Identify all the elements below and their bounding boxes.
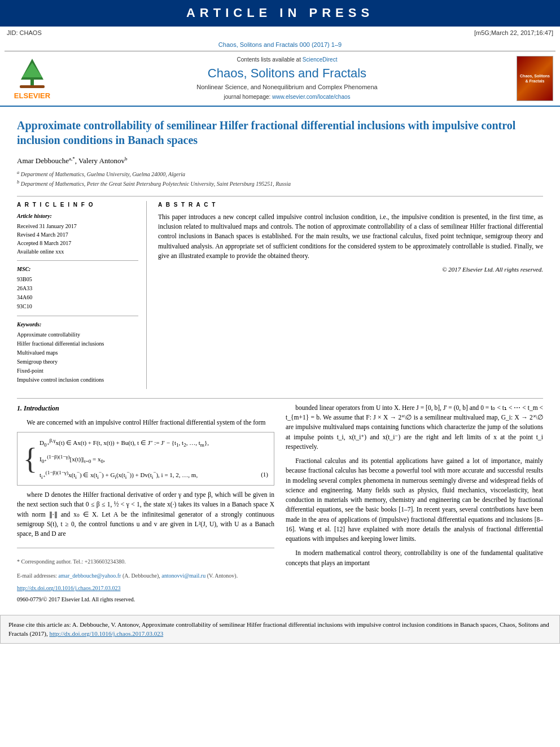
- author2-sup: b: [125, 156, 128, 161]
- msc-group: MSC: 93B05 26A33 34A60 93C10: [17, 265, 138, 311]
- journal-subtitle-line: Chaos, Solitons and Fractals 000 (2017) …: [0, 40, 560, 50]
- jid-label: JID: CHAOS: [7, 29, 42, 37]
- article-history-group: Article history: Received 31 January 201…: [17, 212, 138, 256]
- article-title: Approximate controllability of semilinea…: [17, 118, 543, 147]
- citation-box: Please cite this article as: A. Debbouch…: [0, 615, 560, 644]
- keyword-6: Impulsive control inclusion conditions: [17, 375, 138, 385]
- citation-doi-link[interactable]: http://dx.doi.org/10.1016/j.chaos.2017.0…: [49, 630, 163, 637]
- info-divider-2: [17, 316, 138, 316]
- msc-list: 93B05 26A33 34A60 93C10: [17, 275, 138, 311]
- article-body: Approximate controllability of semilinea…: [0, 107, 560, 609]
- intro-para2: where D denotes the Hilfer fractional de…: [17, 490, 274, 539]
- journal-homepage: journal homepage: www.elsevier.com/locat…: [224, 93, 350, 101]
- footnote-corresponding: * Corresponding author. Tel.: +213660323…: [17, 557, 274, 566]
- authors: Amar Debbouchea,*, Valery Antonovb: [17, 155, 543, 167]
- affiliations: a Department of Mathematics, Guelma Univ…: [17, 169, 543, 188]
- article-info-abstract-section: A R T I C L E I N F O Article history: R…: [17, 201, 543, 389]
- svg-rect-1: [30, 78, 34, 86]
- copyright-footer: 0960-0779/© 2017 Elsevier Ltd. All right…: [17, 595, 274, 604]
- thumbnail-text: Chaos, Solitons & Fractals: [519, 73, 550, 84]
- msc-code-4: 93C10: [17, 302, 138, 311]
- sciencedirect-link[interactable]: ScienceDirect: [303, 56, 338, 63]
- right-para1: bounded linear operators from U into X. …: [286, 403, 543, 452]
- contents-available: Contents lists available at ScienceDirec…: [237, 56, 338, 64]
- received-date: Received 31 January 2017: [17, 222, 138, 230]
- keyword-3: Multivalued maps: [17, 348, 138, 357]
- article-in-press-banner: ARTICLE IN PRESS: [0, 0, 560, 27]
- msc-code-3: 34A60: [17, 293, 138, 302]
- abstract-label: A B S T R A C T: [158, 201, 543, 209]
- keywords-group: Keywords: Approximate controllability Hi…: [17, 321, 138, 385]
- article-info-col: A R T I C L E I N F O Article history: R…: [17, 201, 147, 389]
- available-online: Available online xxx: [17, 247, 138, 256]
- keyword-2: Hilfer fractional differential inclusion…: [17, 339, 138, 348]
- section-divider-2: [17, 398, 543, 399]
- elsevier-logo: ELSEVIER: [7, 56, 58, 101]
- equation-line-2: I0⁺(1−β)(1−γ)[x(t)]|t=0 = x0,: [40, 452, 259, 466]
- body-two-col: 1. Introduction We are concerned with an…: [17, 403, 543, 604]
- journal-main-title: Chaos, Solitons and Fractals: [208, 65, 366, 82]
- jid-row: JID: CHAOS [m5G;March 22, 2017;16:47]: [0, 27, 560, 40]
- keyword-4: Semigroup theory: [17, 357, 138, 366]
- msc-title: MSC:: [17, 265, 138, 273]
- msc-code-1: 93B05: [17, 275, 138, 284]
- email2-link[interactable]: antonovvi@mail.ru: [161, 573, 205, 579]
- affiliation-b: b Department of Mathematics, Peter the G…: [17, 179, 543, 188]
- abstract-text: This paper introduces a new concept call…: [158, 212, 543, 261]
- abstract-col: A B S T R A C T This paper introduces a …: [158, 201, 543, 389]
- email1-link[interactable]: amar_debbouche@yahoo.fr: [58, 573, 121, 579]
- equation-line-3: ti⁺(1−β)(1−γ)x(ti−) ∈ x(ti−) + Gi(x(ti−)…: [40, 468, 259, 482]
- history-title: Article history:: [17, 212, 138, 220]
- author1-sup: a,*: [69, 156, 75, 161]
- svg-rect-4: [20, 85, 45, 88]
- intro-para1: We are concerned with an impulsive contr…: [17, 418, 274, 427]
- elsevier-text: ELSEVIER: [14, 91, 50, 101]
- msc-code-2: 26A33: [17, 284, 138, 293]
- jid-meta: [m5G;March 22, 2017;16:47]: [474, 29, 553, 37]
- equation-number: (1): [261, 469, 268, 480]
- author1-name: Amar Debbouche: [17, 156, 69, 165]
- keyword-5: Fixed-point: [17, 366, 138, 375]
- intro-heading: 1. Introduction: [17, 403, 274, 413]
- abstract-copyright: © 2017 Elsevier Ltd. All rights reserved…: [158, 265, 543, 274]
- journal-title-center: Contents lists available at ScienceDirec…: [63, 56, 511, 101]
- keywords-list: Approximate controllability Hilfer fract…: [17, 330, 138, 385]
- journal-header: ELSEVIER Contents lists available at Sci…: [0, 51, 560, 107]
- right-para2: Fractional calculus and its potential ap…: [286, 456, 543, 544]
- body-right-col: bounded linear operators from U into X. …: [286, 403, 543, 604]
- body-left-col: 1. Introduction We are concerned with an…: [17, 403, 274, 604]
- journal-subtitle: Nonlinear Science, and Nonequilibrium an…: [196, 83, 377, 91]
- keywords-title: Keywords:: [17, 321, 138, 329]
- accepted-date: Accepted 8 March 2017: [17, 239, 138, 247]
- keyword-1: Approximate controllability: [17, 330, 138, 339]
- info-divider-1: [17, 260, 138, 261]
- revised-date: Revised 4 March 2017: [17, 230, 138, 239]
- equation-line-1: D0⁺β,γx(t) ∈ Ax(t) + F(t, x(t)) + Bu(t),…: [40, 436, 259, 449]
- section-divider-1: [17, 196, 543, 196]
- elsevier-tree-icon: [15, 56, 49, 90]
- doi-link[interactable]: http://dx.doi.org/10.1016/j.chaos.2017.0…: [17, 585, 120, 591]
- article-info-label: A R T I C L E I N F O: [17, 201, 138, 209]
- affiliation-a: a Department of Mathematics, Guelma Univ…: [17, 169, 543, 178]
- homepage-link[interactable]: www.elsevier.com/locate/chaos: [272, 94, 350, 100]
- journal-thumbnail: Chaos, Solitons & Fractals: [517, 56, 553, 101]
- footnote-email: E-mail addresses: amar_debbouche@yahoo.f…: [17, 571, 274, 580]
- right-para3: In modern mathematical control theory, c…: [286, 548, 543, 568]
- equation-box: { D0⁺β,γx(t) ∈ Ax(t) + F(t, x(t)) + Bu(t…: [17, 432, 274, 486]
